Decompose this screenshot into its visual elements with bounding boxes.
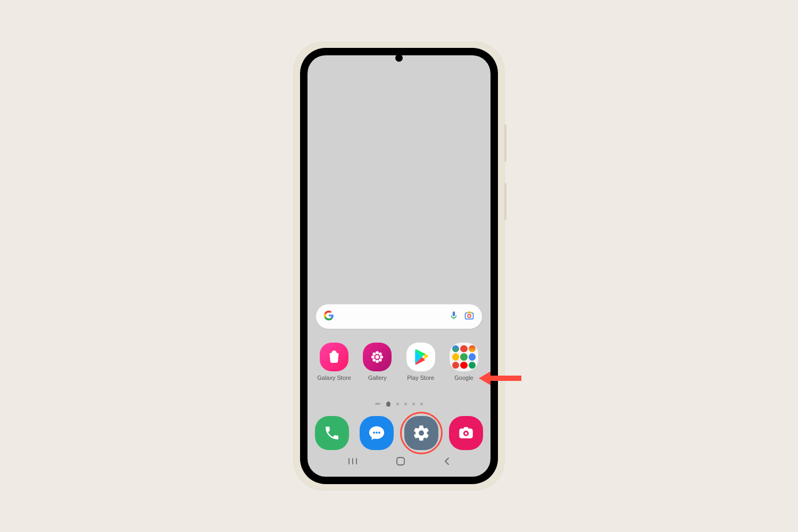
dock-camera[interactable] (449, 416, 483, 450)
svg-point-14 (376, 431, 378, 434)
phone-frame: Galaxy Store Gallery (294, 42, 504, 490)
nav-back-button[interactable] (443, 456, 451, 468)
google-folder-icon (450, 343, 478, 371)
system-nav-bar (307, 454, 491, 470)
dock-settings[interactable] (404, 416, 438, 450)
annotation-arrow (479, 371, 521, 385)
svg-point-15 (378, 431, 380, 434)
page-indicator-dot[interactable] (420, 403, 423, 405)
google-logo-icon (323, 310, 334, 323)
svg-point-10 (379, 352, 382, 355)
app-label: Galaxy Store (317, 375, 351, 381)
home-app-row: Galaxy Store Gallery (315, 343, 483, 381)
messages-icon (368, 424, 386, 442)
svg-point-13 (373, 431, 375, 434)
voice-search-icon[interactable] (449, 311, 459, 322)
nav-recents-button[interactable] (347, 457, 358, 468)
galaxy-store-icon (320, 343, 348, 371)
svg-point-18 (465, 432, 468, 435)
highlight-annotation-circle (400, 412, 443, 454)
app-label: Play Store (407, 375, 434, 381)
svg-point-5 (376, 351, 379, 354)
nav-home-button[interactable] (396, 456, 405, 468)
svg-rect-3 (468, 312, 471, 313)
camera-icon (457, 424, 475, 442)
svg-point-12 (379, 359, 382, 362)
phone-bezel: Galaxy Store Gallery (300, 48, 498, 484)
page-indicator-dot[interactable] (396, 403, 399, 405)
page-indicator-dot[interactable] (404, 403, 407, 405)
svg-point-2 (468, 314, 471, 318)
svg-point-9 (373, 352, 376, 355)
app-label: Google (454, 375, 473, 381)
app-google-folder[interactable]: Google (445, 343, 483, 381)
gallery-icon (363, 343, 392, 371)
svg-point-6 (376, 360, 379, 363)
front-camera-hole (395, 54, 403, 62)
dock-messages[interactable] (360, 416, 394, 450)
svg-rect-0 (453, 312, 454, 313)
svg-rect-1 (466, 313, 473, 319)
svg-rect-20 (397, 458, 404, 465)
play-store-icon (406, 343, 435, 371)
page-indicator-home-active[interactable] (386, 401, 391, 406)
app-gallery[interactable]: Gallery (358, 343, 396, 381)
app-label: Gallery (368, 375, 387, 381)
lens-camera-icon[interactable] (464, 310, 475, 323)
app-galaxy-store[interactable]: Galaxy Store (315, 343, 353, 381)
page-indicator-apps[interactable] (375, 403, 380, 405)
dock (315, 416, 483, 450)
app-play-store[interactable]: Play Store (402, 343, 440, 381)
svg-point-7 (371, 355, 375, 359)
page-indicator[interactable] (307, 401, 491, 406)
phone-icon (323, 425, 340, 442)
home-screen[interactable]: Galaxy Store Gallery (307, 55, 491, 477)
google-search-bar[interactable] (316, 304, 482, 329)
svg-point-11 (373, 359, 376, 362)
dock-phone[interactable] (315, 416, 349, 450)
svg-point-8 (380, 355, 384, 359)
svg-rect-19 (464, 427, 469, 429)
page-indicator-dot[interactable] (412, 403, 415, 405)
svg-point-4 (376, 355, 379, 359)
